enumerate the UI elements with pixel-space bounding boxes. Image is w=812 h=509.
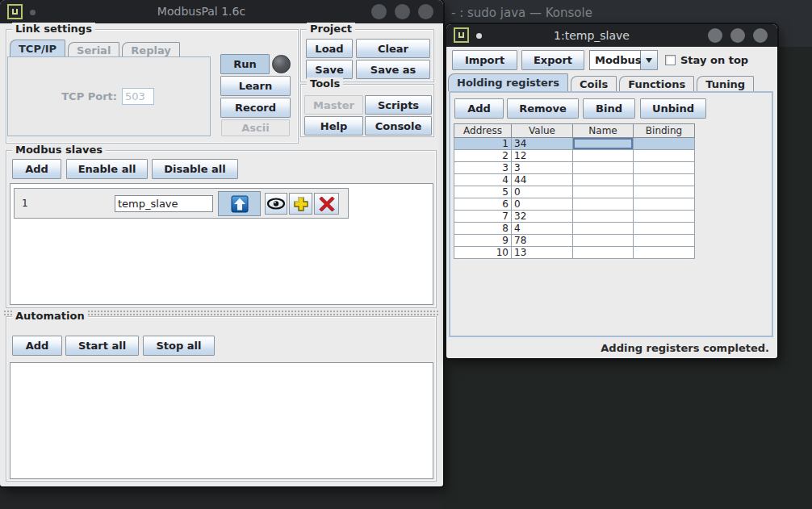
tcp-port-field[interactable] bbox=[122, 88, 154, 105]
cell-binding[interactable] bbox=[634, 162, 695, 174]
tab-functions[interactable]: Functions bbox=[619, 76, 694, 91]
cell-address[interactable]: 3 bbox=[454, 162, 512, 174]
ascii-button[interactable]: Ascii bbox=[221, 119, 290, 136]
cell-value[interactable]: 44 bbox=[512, 174, 573, 186]
load-button[interactable]: Load bbox=[306, 39, 353, 58]
cell-address[interactable]: 4 bbox=[454, 174, 512, 186]
tab-coils[interactable]: Coils bbox=[571, 76, 617, 91]
register-remove-button[interactable]: Remove bbox=[507, 98, 579, 119]
tab-replay[interactable]: Replay bbox=[122, 42, 179, 57]
start-all-button[interactable]: Start all bbox=[65, 336, 139, 356]
cell-address[interactable]: 1 bbox=[454, 138, 512, 150]
cell-address[interactable]: 8 bbox=[454, 223, 512, 235]
register-unbind-button[interactable]: Unbind bbox=[640, 98, 706, 119]
cell-name[interactable] bbox=[573, 150, 634, 162]
automation-add-button[interactable]: Add bbox=[12, 336, 62, 356]
column-header-value[interactable]: Value bbox=[512, 124, 573, 138]
slave-add-button[interactable]: Add bbox=[12, 159, 61, 179]
cell-name[interactable] bbox=[573, 162, 634, 174]
window-control-button[interactable] bbox=[753, 28, 768, 43]
register-bind-button[interactable]: Bind bbox=[583, 98, 635, 119]
cell-name[interactable] bbox=[573, 235, 634, 247]
column-header-name[interactable]: Name bbox=[573, 124, 634, 138]
table-row[interactable]: 60 bbox=[454, 198, 695, 211]
cell-binding[interactable] bbox=[634, 174, 695, 186]
cell-value[interactable]: 12 bbox=[512, 150, 573, 162]
cell-binding[interactable] bbox=[634, 211, 695, 223]
cell-binding[interactable] bbox=[634, 247, 695, 259]
cell-binding[interactable] bbox=[634, 186, 695, 198]
slave-name-field[interactable] bbox=[115, 195, 213, 212]
export-button[interactable]: Export bbox=[521, 50, 584, 70]
disable-all-button[interactable]: Disable all bbox=[152, 159, 238, 179]
console-button[interactable]: Console bbox=[365, 116, 432, 136]
tab-tcpip[interactable]: TCP/IP bbox=[10, 40, 65, 57]
tab-holding-registers[interactable]: Holding registers bbox=[448, 73, 568, 91]
add-register-button[interactable] bbox=[289, 193, 312, 215]
cell-name[interactable] bbox=[573, 198, 634, 211]
window-control-button[interactable] bbox=[371, 4, 387, 19]
tab-tuning[interactable]: Tuning bbox=[697, 76, 754, 91]
clear-button[interactable]: Clear bbox=[356, 39, 430, 58]
cell-binding[interactable] bbox=[634, 150, 695, 162]
slave-row[interactable]: 1 bbox=[14, 188, 349, 219]
slave-enabled-toggle[interactable] bbox=[218, 191, 261, 216]
cell-value[interactable]: 32 bbox=[512, 211, 573, 223]
table-row[interactable]: 50 bbox=[454, 186, 695, 198]
cell-binding[interactable] bbox=[634, 198, 695, 211]
save-button[interactable]: Save bbox=[306, 60, 353, 79]
tab-serial[interactable]: Serial bbox=[68, 42, 119, 57]
table-row[interactable]: 1013 bbox=[454, 247, 695, 259]
cell-name[interactable] bbox=[573, 174, 634, 186]
window-control-button[interactable] bbox=[730, 28, 745, 43]
cell-name[interactable] bbox=[573, 138, 634, 150]
cell-value[interactable]: 0 bbox=[512, 198, 573, 211]
cell-value[interactable]: 3 bbox=[512, 162, 573, 174]
cell-name[interactable] bbox=[573, 247, 634, 259]
cell-name[interactable] bbox=[573, 211, 634, 223]
window-control-button[interactable] bbox=[395, 4, 410, 19]
column-header-binding[interactable]: Binding bbox=[634, 124, 695, 138]
cell-binding[interactable] bbox=[634, 235, 695, 247]
cell-value[interactable]: 78 bbox=[512, 235, 573, 247]
cell-value[interactable]: 4 bbox=[512, 223, 573, 235]
record-button[interactable]: Record bbox=[220, 98, 291, 118]
table-row[interactable]: 134 bbox=[454, 138, 695, 150]
cell-binding[interactable] bbox=[634, 223, 695, 235]
table-row[interactable]: 732 bbox=[454, 211, 695, 223]
import-button[interactable]: Import bbox=[452, 50, 517, 70]
register-add-button[interactable]: Add bbox=[454, 98, 504, 119]
table-row[interactable]: 212 bbox=[454, 150, 695, 162]
cell-binding[interactable] bbox=[634, 138, 695, 150]
window-control-button[interactable] bbox=[708, 28, 722, 43]
help-button[interactable]: Help bbox=[304, 116, 363, 136]
table-row[interactable]: 84 bbox=[454, 223, 695, 235]
cell-address[interactable]: 9 bbox=[454, 235, 512, 247]
combo-dropdown-button[interactable] bbox=[641, 50, 658, 70]
scripts-button[interactable]: Scripts bbox=[365, 95, 432, 115]
master-button[interactable]: Master bbox=[304, 95, 363, 115]
column-header-address[interactable]: Address bbox=[454, 124, 512, 138]
cell-value[interactable]: 34 bbox=[512, 138, 573, 150]
cell-name[interactable] bbox=[573, 223, 634, 235]
stay-on-top-checkbox[interactable] bbox=[665, 55, 676, 65]
modbuspal-titlebar[interactable]: ModbusPal 1.6c bbox=[0, 0, 443, 23]
cell-address[interactable]: 5 bbox=[454, 186, 512, 198]
delete-slave-button[interactable] bbox=[314, 193, 339, 215]
cell-address[interactable]: 10 bbox=[454, 247, 512, 259]
stop-all-button[interactable]: Stop all bbox=[143, 336, 215, 356]
cell-address[interactable]: 7 bbox=[454, 211, 512, 223]
enable-all-button[interactable]: Enable all bbox=[66, 159, 148, 179]
cell-value[interactable]: 0 bbox=[512, 186, 573, 198]
save-as-button[interactable]: Save as bbox=[356, 60, 430, 79]
window-control-button[interactable] bbox=[418, 4, 433, 19]
slave-visibility-button[interactable] bbox=[265, 193, 287, 215]
run-button[interactable]: Run bbox=[220, 54, 270, 74]
learn-button[interactable]: Learn bbox=[220, 76, 291, 96]
slave-titlebar[interactable]: 1:temp_slave bbox=[446, 24, 777, 47]
cell-name[interactable] bbox=[573, 186, 634, 198]
table-row[interactable]: 33 bbox=[454, 162, 695, 174]
table-row[interactable]: 444 bbox=[454, 174, 695, 186]
cell-address[interactable]: 6 bbox=[454, 198, 512, 211]
cell-address[interactable]: 2 bbox=[454, 150, 512, 162]
